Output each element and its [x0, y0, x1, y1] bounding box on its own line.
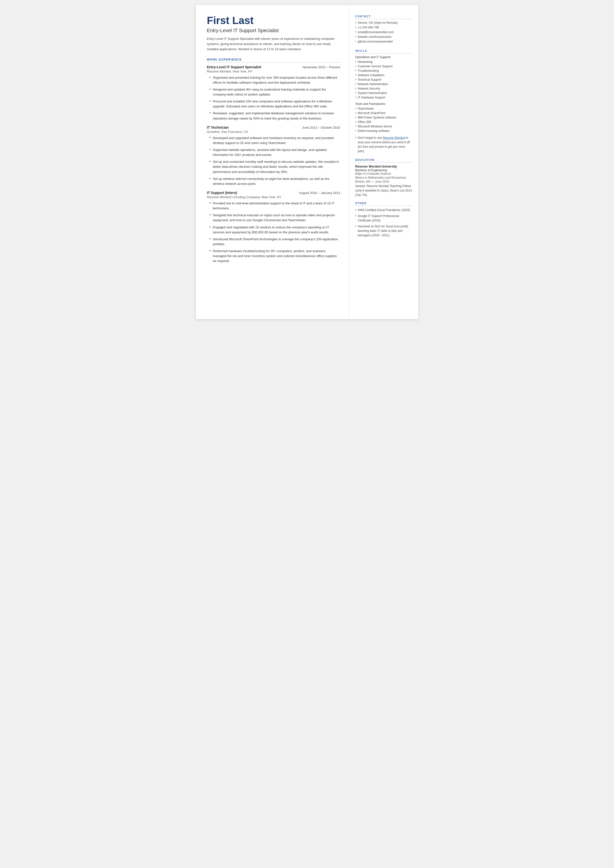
list-item: Designed five technical manuals on topic…	[209, 213, 340, 223]
list-item: IT Hardware Support	[355, 96, 412, 99]
education-heading: EDUCATION	[355, 158, 412, 163]
job-3-bullets: Provided low to mid-level administrative…	[207, 201, 340, 264]
resume-page: First Last Entry-Level IT Support Specia…	[196, 5, 419, 319]
list-item: AWS Certified Cloud Practitioner (2020)	[355, 208, 412, 212]
list-item: System Administration	[355, 91, 412, 95]
job-2-company: Growthsi, San Francisco, CA	[207, 130, 340, 134]
list-item: Networking	[355, 60, 412, 64]
list-item: Customer Service Support	[355, 65, 412, 68]
list-item: Set up and conducted monthly staff meeti…	[209, 159, 340, 174]
list-item: Network Security	[355, 87, 412, 90]
list-item: +1-234-456-789	[355, 26, 412, 29]
list-item: Google IT Support Professional Certifica…	[355, 214, 412, 223]
list-item: email@resumeworded.com	[355, 30, 412, 34]
education-section: EDUCATION Resume Worded University Bache…	[355, 158, 412, 197]
tools-skills-list: TeamViewer Microsoft SharePoint IBM Powe…	[355, 107, 412, 133]
job-2: IT Technician June 2013 – October 2015 G…	[207, 126, 340, 186]
ops-skills-list: Networking Customer Service Support Trou…	[355, 60, 412, 99]
list-item: TeamViewer	[355, 107, 412, 110]
edu-major: Major in Computer Science	[355, 172, 412, 175]
list-item: Organised and presented training for ove…	[209, 75, 340, 85]
job-3: IT Support (Intern) August 2010 – Januar…	[207, 191, 340, 264]
right-column: CONTACT Denver, OH (Open to Remote) +1-2…	[349, 5, 419, 319]
work-experience-heading: WORK EXPERIENCE	[207, 58, 340, 63]
job-1: Entry-Level IT Support Specialist Novemb…	[207, 65, 340, 121]
list-item: github.com/resumeworded	[355, 40, 412, 43]
edu-minors: Minors in Mathematics and Economics	[355, 176, 412, 179]
list-item: linkedin.com/in/username	[355, 35, 412, 39]
list-item: Office 365	[355, 120, 412, 124]
ops-skills-label: Operations and IT Support:	[355, 56, 412, 59]
job-3-dates: August 2010 – January 2013	[299, 191, 340, 195]
job-3-company: Resume Worded's Exciting Company, New Yo…	[207, 195, 340, 199]
job-1-header: Entry-Level IT Support Specialist Novemb…	[207, 65, 340, 69]
candidate-title: Entry-Level IT Support Specialist	[207, 28, 340, 33]
other-heading: OTHER	[355, 202, 412, 206]
list-item: Software Installation	[355, 73, 412, 77]
list-item: Developed and upgraded software and hard…	[209, 136, 340, 146]
list-item: Performed hardware troubleshooting for 3…	[209, 248, 340, 264]
list-item: Volunteer at Tech for Good (non profit) …	[355, 224, 412, 238]
job-1-company: Resume Worded, New York, NY	[207, 70, 340, 73]
edu-awards: Awards: Resume Worded Teaching Fellow (o…	[355, 184, 412, 197]
contact-list: Denver, OH (Open to Remote) +1-234-456-7…	[355, 21, 412, 43]
list-item: Procured and installed 100 new computers…	[209, 99, 340, 109]
edu-school: Resume Worded University	[355, 165, 412, 168]
skills-heading: SKILLS	[355, 49, 412, 53]
list-item: Defect tracking software	[355, 129, 412, 133]
list-item: Microsoft Windows Server	[355, 125, 412, 128]
contact-section: CONTACT Denver, OH (Open to Remote) +1-2…	[355, 15, 412, 43]
edu-degree: Bachelor of Engineering	[355, 169, 412, 172]
job-2-dates: June 2013 – October 2015	[302, 126, 340, 129]
job-2-header: IT Technician June 2013 – October 2015	[207, 126, 340, 129]
skills-section: SKILLS Operations and IT Support: Networ…	[355, 49, 412, 154]
list-item: Designed and updated 30+ easy-to-underst…	[209, 87, 340, 97]
job-3-title: IT Support (Intern)	[207, 191, 237, 195]
left-column: First Last Entry-Level IT Support Specia…	[196, 5, 349, 319]
list-item: Supported website operations, assisted w…	[209, 148, 340, 157]
list-item: Set up wireless internet connectivity on…	[209, 176, 340, 186]
job-1-title: Entry-Level IT Support Specialist	[207, 65, 261, 69]
job-1-dates: November 2015 – Present	[303, 65, 340, 69]
contact-heading: CONTACT	[355, 15, 412, 19]
list-item: Network Administration	[355, 82, 412, 86]
other-list: AWS Certified Cloud Practitioner (2020) …	[355, 208, 412, 238]
promo-block: Don't forget to use Resume Worded to sca…	[355, 136, 412, 154]
other-section: OTHER AWS Certified Cloud Practitioner (…	[355, 202, 412, 238]
list-item: IBM Power Systems software	[355, 116, 412, 119]
promo-pre-text: Don't forget to use	[358, 136, 383, 140]
list-item: Provided low to mid-level administrative…	[209, 201, 340, 211]
job-2-bullets: Developed and upgraded software and hard…	[207, 136, 340, 186]
list-item: Introduced Microsoft SharePoint technolo…	[209, 237, 340, 247]
work-experience-section: WORK EXPERIENCE Entry-Level IT Support S…	[207, 58, 340, 264]
list-item: Troubleshooting	[355, 69, 412, 73]
candidate-name: First Last	[207, 15, 340, 26]
job-3-header: IT Support (Intern) August 2010 – Januar…	[207, 191, 340, 195]
list-item: Denver, OH (Open to Remote)	[355, 21, 412, 25]
list-item: Microsoft SharePoint	[355, 111, 412, 115]
tools-skills-label: Tools and Frameworks:	[355, 102, 412, 106]
promo-link[interactable]: Resume Worded	[383, 136, 405, 140]
list-item: Reviewed, suggested, and implemented dat…	[209, 111, 340, 121]
edu-location-date: Boston, MA — June 2019	[355, 180, 412, 183]
candidate-summary: Entry-Level IT Support Specialist with e…	[207, 36, 340, 52]
job-1-bullets: Organised and presented training for ove…	[207, 75, 340, 121]
job-2-title: IT Technician	[207, 126, 229, 129]
list-item: Engaged and negotiated with 15 vendors t…	[209, 225, 340, 235]
list-item: Technical Support	[355, 78, 412, 81]
